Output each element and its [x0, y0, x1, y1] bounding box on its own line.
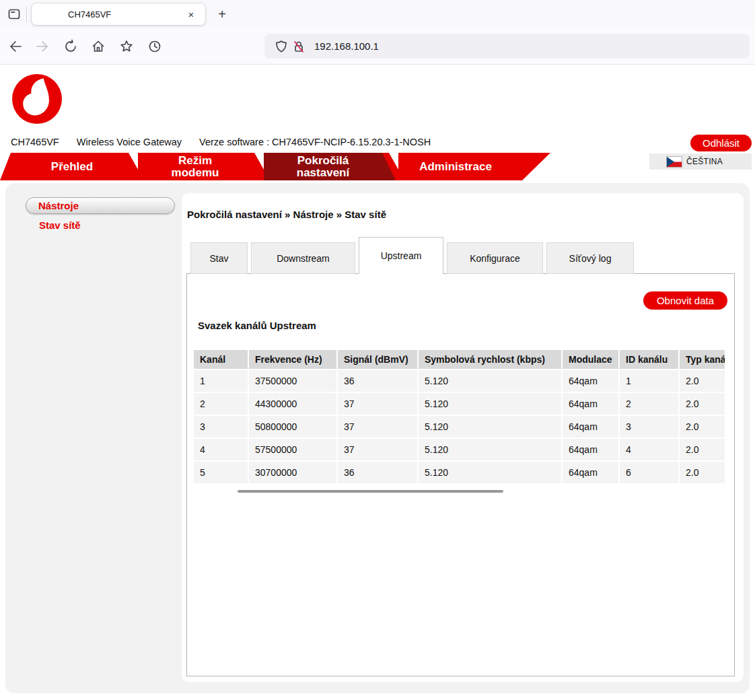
table-cell: 2.0: [680, 439, 725, 460]
table-cell: 2.0: [680, 393, 725, 415]
col-symbolova-rychlost: Symbolová rychlost (kbps): [419, 350, 561, 369]
home-icon[interactable]: [88, 36, 108, 57]
upstream-table: Kanál Frekvence (Hz) Signál (dBmV) Symbo…: [192, 349, 725, 485]
table-cell: 1: [194, 370, 248, 392]
upstream-table-viewport: Kanál Frekvence (Hz) Signál (dBmV) Symbo…: [192, 349, 725, 487]
table-row: 244300000375.12064qam22.0: [194, 393, 725, 415]
tab-separator: [26, 6, 27, 22]
modem-page: CH7465VFWireless Voice GatewayVerze soft…: [0, 65, 755, 700]
table-cell: 64qam: [563, 439, 618, 460]
table-cell: 2.0: [680, 416, 725, 438]
table-cell: 3: [194, 416, 248, 438]
url-text: 192.168.100.1: [314, 40, 379, 52]
url-bar[interactable]: 192.168.100.1: [264, 34, 750, 59]
tab-upstream[interactable]: Upstream: [359, 237, 443, 274]
insecure-lock-icon[interactable]: [290, 38, 308, 55]
device-info-line: CH7465VFWireless Voice GatewayVerze soft…: [11, 137, 448, 147]
table-title: Svazek kanálů Upstream: [198, 320, 316, 331]
horizontal-scrollbar-thumb[interactable]: [238, 490, 503, 493]
status-tabs: Stav Downstream Upstream Konfigurace Síť…: [190, 237, 634, 274]
table-cell: 5.120: [419, 393, 561, 415]
table-cell: 64qam: [563, 416, 618, 438]
firefox-view-icon[interactable]: [5, 5, 23, 23]
content-container: Nástroje Stav sítě Pokročilá nastavení »…: [5, 183, 750, 693]
nav-item-administrace[interactable]: Administrace: [398, 153, 513, 180]
bookmark-star-icon[interactable]: [116, 36, 137, 57]
main-nav: Přehled Režim modemu Pokročilá nastavení…: [0, 153, 559, 180]
table-cell: 2.0: [680, 370, 725, 392]
forward-icon[interactable]: [32, 36, 52, 57]
col-kanal: Kanál: [194, 350, 248, 369]
language-label: ČEŠTINA: [686, 157, 723, 166]
table-cell: 5.120: [419, 462, 561, 483]
table-row: 137500000365.12064qam12.0: [194, 370, 725, 392]
table-cell: 4: [194, 439, 248, 460]
table-cell: 36: [338, 462, 417, 483]
nav-item-pokrocila-nastaveni[interactable]: Pokročilá nastavení: [264, 153, 382, 180]
table-cell: 2.0: [680, 462, 725, 483]
tab-stav[interactable]: Stav: [190, 242, 248, 274]
reload-icon[interactable]: [61, 36, 81, 57]
browser-tab[interactable]: CH7465VF ×: [31, 3, 206, 26]
shield-icon[interactable]: [273, 38, 290, 55]
table-cell: 64qam: [563, 370, 618, 392]
content-panel: Pokročilá nastavení » Nástroje » Stav sí…: [182, 193, 744, 682]
table-cell: 1: [620, 370, 678, 392]
browser-tabstrip: CH7465VF × +: [0, 0, 755, 28]
col-id-kanalu: ID kanálu: [620, 350, 678, 369]
czech-flag-icon: [667, 157, 682, 167]
sidebar-section-nastroje[interactable]: Nástroje: [26, 197, 175, 214]
table-cell: 3: [620, 416, 678, 438]
browser-tab-title: CH7465VF: [42, 9, 184, 20]
table-cell: 2: [620, 393, 678, 415]
table-header-row: Kanál Frekvence (Hz) Signál (dBmV) Symbo…: [194, 350, 725, 369]
sidebar-item-stav-site[interactable]: Stav sítě: [39, 219, 81, 231]
table-cell: 30700000: [249, 462, 336, 483]
table-cell: 50800000: [249, 416, 336, 438]
table-cell: 36: [338, 370, 417, 392]
tab-sitovy-log[interactable]: Síťový log: [546, 242, 634, 274]
device-product: Wireless Voice Gateway: [77, 137, 182, 147]
table-cell: 44300000: [249, 393, 336, 415]
language-selector[interactable]: ČEŠTINA: [649, 153, 752, 170]
col-modulace: Modulace: [563, 350, 618, 369]
tab-close-icon[interactable]: ×: [184, 7, 199, 22]
nav-item-prehled[interactable]: Přehled: [11, 153, 133, 180]
refresh-data-button[interactable]: Obnovit data: [643, 291, 727, 310]
vodafone-logo: [12, 74, 62, 124]
new-tab-button[interactable]: +: [213, 5, 231, 24]
history-clock-icon[interactable]: [145, 36, 165, 57]
table-cell: 37: [338, 439, 417, 460]
table-cell: 5.120: [419, 439, 561, 460]
table-cell: 5.120: [419, 370, 561, 392]
tab-downstream[interactable]: Downstream: [251, 242, 355, 274]
table-cell: 5: [194, 462, 248, 483]
col-signal: Signál (dBmV): [338, 350, 417, 369]
table-cell: 37: [338, 416, 417, 438]
device-software: Verze software : CH7465VF-NCIP-6.15.20.3…: [199, 137, 431, 147]
nav-item-rezim-modemu[interactable]: Režim modemu: [138, 153, 252, 180]
table-cell: 57500000: [249, 439, 336, 460]
table-cell: 4: [620, 439, 678, 460]
device-model: CH7465VF: [11, 137, 59, 147]
table-cell: 37: [338, 393, 417, 415]
table-cell: 64qam: [563, 462, 618, 483]
table-cell: 6: [620, 462, 678, 483]
table-cell: 37500000: [249, 370, 336, 392]
table-row: 457500000375.12064qam42.0: [194, 439, 725, 460]
table-cell: 2: [194, 393, 248, 415]
table-row: 530700000365.12064qam62.0: [194, 462, 725, 483]
screen: CH7465VF × + 192: [0, 0, 755, 700]
table-row: 350800000375.12064qam32.0: [194, 416, 725, 438]
col-frekvence: Frekvence (Hz): [249, 350, 336, 369]
browser-toolbar: 192.168.100.1: [0, 28, 755, 65]
back-icon[interactable]: [5, 36, 26, 57]
col-typ-kanalu: Typ kanálu: [680, 350, 725, 369]
tab-konfigurace[interactable]: Konfigurace: [447, 242, 543, 274]
logout-button[interactable]: Odhlásit: [690, 135, 752, 151]
tab-content: Obnovit data Svazek kanálů Upstream Kaná…: [186, 273, 735, 676]
breadcrumb: Pokročilá nastavení » Nástroje » Stav sí…: [187, 209, 386, 220]
table-cell: 64qam: [563, 393, 618, 415]
table-cell: 5.120: [419, 416, 561, 438]
